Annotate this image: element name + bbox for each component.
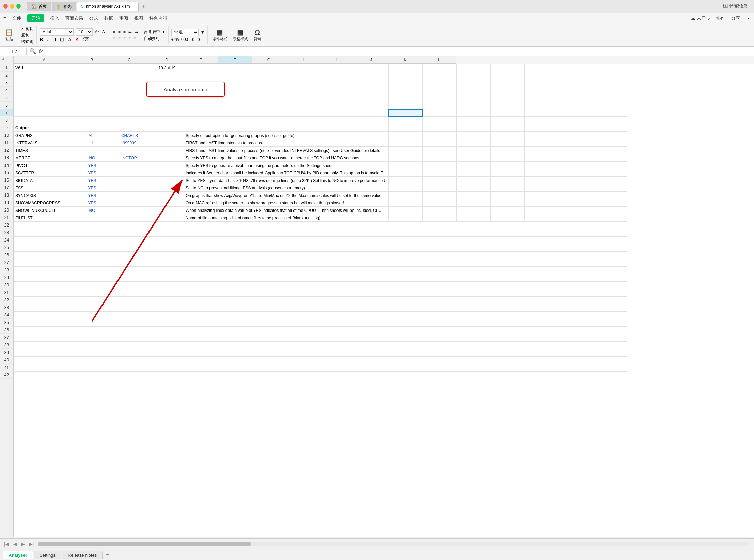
- cell-row28[interactable]: [14, 267, 627, 274]
- cell-K4[interactable]: [559, 87, 593, 94]
- cell-I10[interactable]: [491, 132, 525, 139]
- cell-I16[interactable]: [491, 177, 525, 184]
- col-header-K[interactable]: K: [388, 56, 422, 64]
- cell-I3[interactable]: [491, 79, 525, 87]
- cell-G11[interactable]: [423, 139, 457, 147]
- cell-I9[interactable]: [491, 124, 525, 132]
- bold-btn[interactable]: B: [40, 37, 43, 42]
- cell-K18[interactable]: [559, 192, 593, 199]
- cell-L16[interactable]: [593, 177, 627, 184]
- cell-H18[interactable]: [457, 192, 491, 199]
- cell-E20[interactable]: When analyzing linux data a value of YES…: [184, 207, 389, 214]
- cell-J3[interactable]: [525, 79, 559, 87]
- cell-F19[interactable]: [389, 199, 423, 207]
- cell-J6[interactable]: [525, 102, 559, 109]
- cell-row37[interactable]: [14, 334, 627, 342]
- cell-F9[interactable]: [389, 124, 423, 132]
- cell-C3[interactable]: [109, 79, 150, 87]
- cell-J15[interactable]: [525, 169, 559, 177]
- cell-F16[interactable]: [389, 177, 423, 184]
- cell-B6[interactable]: [75, 102, 109, 109]
- row-num-6[interactable]: 6: [0, 102, 13, 109]
- row-num-13[interactable]: 13: [0, 154, 13, 161]
- formula-input[interactable]: [45, 49, 751, 54]
- decimal-less-btn[interactable]: -0: [197, 37, 200, 42]
- cell-I15[interactable]: [491, 169, 525, 177]
- cell-E3[interactable]: [184, 79, 389, 87]
- cell-K21[interactable]: [559, 214, 593, 222]
- cell-H14[interactable]: [457, 162, 491, 169]
- cell-L5[interactable]: [593, 94, 627, 102]
- cell-B9[interactable]: [75, 124, 109, 132]
- cell-G6[interactable]: [423, 102, 457, 109]
- cell-A6[interactable]: [14, 102, 75, 109]
- cell-K20[interactable]: [559, 207, 593, 214]
- cell-J1[interactable]: [525, 64, 559, 72]
- cell-K3[interactable]: [559, 79, 593, 87]
- col-header-F[interactable]: F: [218, 56, 252, 64]
- row-num-3[interactable]: 3: [0, 79, 13, 87]
- cell-I12[interactable]: [491, 147, 525, 154]
- col-header-C[interactable]: C: [109, 56, 150, 64]
- cell-G10[interactable]: [423, 132, 457, 139]
- cell-row35[interactable]: [14, 319, 627, 327]
- cell-reference-input[interactable]: [3, 48, 27, 55]
- cell-A20[interactable]: SHOWLINUXCPUUTIL: [14, 207, 75, 214]
- cell-A9[interactable]: Output: [14, 124, 75, 132]
- table-style-btn[interactable]: ▦ 表格样式: [231, 28, 250, 43]
- cell-A12[interactable]: TIMES: [14, 147, 75, 154]
- cell-D20[interactable]: [150, 207, 184, 214]
- cell-A1[interactable]: V6.1: [14, 64, 75, 72]
- fill-color-btn[interactable]: A: [68, 37, 71, 42]
- cell-F2[interactable]: [389, 72, 423, 79]
- cell-D21[interactable]: [150, 214, 184, 222]
- cell-C7[interactable]: [109, 109, 150, 117]
- close-traffic-light[interactable]: [3, 4, 8, 9]
- underline-btn[interactable]: U: [52, 37, 56, 42]
- cell-J17[interactable]: [525, 184, 559, 192]
- cell-I13[interactable]: [491, 154, 525, 162]
- cell-H13[interactable]: [457, 154, 491, 162]
- align-top-left-btn[interactable]: ≡: [113, 30, 115, 35]
- cell-row23[interactable]: [14, 229, 627, 237]
- cell-C16[interactable]: [109, 177, 150, 184]
- sync-status[interactable]: ☁ 未同步: [691, 15, 710, 21]
- cell-K5[interactable]: [559, 94, 593, 102]
- cell-E12[interactable]: FIRST and LAST time values to process (n…: [184, 147, 389, 154]
- cell-D10[interactable]: [150, 132, 184, 139]
- cell-G21[interactable]: [423, 214, 457, 222]
- cell-H7[interactable]: [457, 109, 491, 117]
- cell-H12[interactable]: [457, 147, 491, 154]
- cell-H4[interactable]: [457, 87, 491, 94]
- cell-E7[interactable]: [184, 109, 389, 117]
- cell-L1[interactable]: [593, 64, 627, 72]
- cell-C12[interactable]: [109, 147, 150, 154]
- cell-E16[interactable]: Set to YES if your data has > 1048576 ro…: [184, 177, 389, 184]
- cell-F4[interactable]: [389, 87, 423, 94]
- cell-F15[interactable]: [389, 169, 423, 177]
- cell-C19[interactable]: [109, 199, 150, 207]
- cell-B8[interactable]: [75, 117, 109, 124]
- cell-B14[interactable]: YES: [75, 162, 109, 169]
- cell-B3[interactable]: [75, 79, 109, 87]
- row-num-38[interactable]: 38: [0, 341, 13, 349]
- cell-A2[interactable]: [14, 72, 75, 79]
- cell-J12[interactable]: [525, 147, 559, 154]
- cell-L4[interactable]: [593, 87, 627, 94]
- cell-A16[interactable]: BIGDATA: [14, 177, 75, 184]
- cell-L3[interactable]: [593, 79, 627, 87]
- cell-D11[interactable]: [150, 139, 184, 147]
- cell-G1[interactable]: [423, 64, 457, 72]
- cell-C20[interactable]: [109, 207, 150, 214]
- cell-I18[interactable]: [491, 192, 525, 199]
- cell-G16[interactable]: [423, 177, 457, 184]
- cell-D17[interactable]: [150, 184, 184, 192]
- row-num-42[interactable]: 42: [0, 371, 13, 379]
- cell-K2[interactable]: [559, 72, 593, 79]
- cell-A21[interactable]: FILELIST: [14, 214, 75, 222]
- menu-view[interactable]: 视图: [134, 15, 143, 21]
- cell-E5[interactable]: [184, 94, 389, 102]
- cell-A3[interactable]: [14, 79, 75, 87]
- more-btn[interactable]: ⋮: [746, 16, 751, 21]
- cell-row33[interactable]: [14, 304, 627, 312]
